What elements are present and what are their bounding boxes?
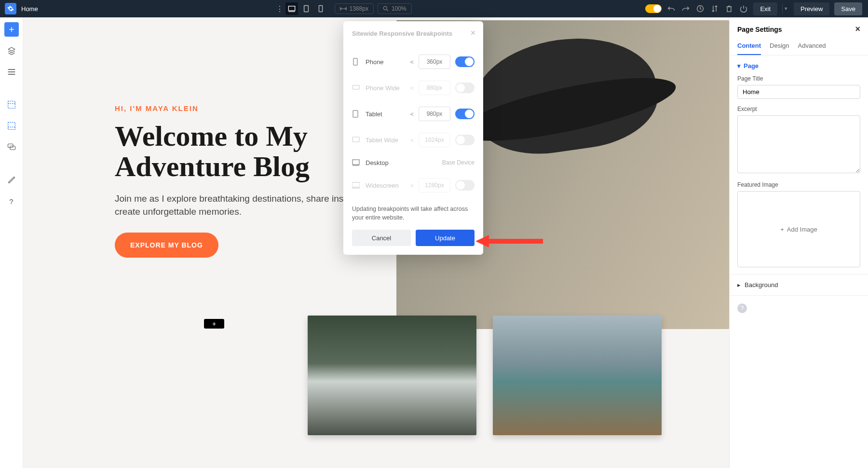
device-icon	[352, 110, 361, 118]
sort-icon[interactable]	[710, 5, 719, 13]
svg-rect-23	[353, 110, 358, 117]
svg-rect-17	[8, 123, 15, 130]
hero-cta-button[interactable]: EXPLORE MY BLOG	[115, 233, 218, 258]
exit-button[interactable]: Exit	[753, 2, 777, 15]
comments-button[interactable]	[4, 140, 19, 154]
device-icon	[352, 136, 361, 144]
undo-icon[interactable]	[666, 5, 676, 12]
top-toolbar: Home ⋮ 1388px 100% Exit ▼ Preview Save	[0, 0, 868, 17]
breakpoint-value-input[interactable]	[419, 81, 450, 95]
update-button[interactable]: Update	[416, 230, 475, 246]
help-button[interactable]: ?	[4, 194, 19, 208]
width-value: 1388px	[350, 5, 368, 12]
gallery-row	[308, 316, 662, 435]
trash-icon[interactable]	[724, 5, 734, 13]
add-image-dropzone[interactable]: + Add Image	[737, 191, 860, 267]
breakpoints-dialog: Sitewide Responsive Breakpoints × Phone<…	[343, 21, 483, 255]
add-element-button[interactable]	[4, 22, 19, 37]
page-title-input[interactable]	[737, 85, 860, 99]
add-section-handle[interactable]: +	[204, 319, 224, 329]
canvas-width-input[interactable]: 1388px	[335, 3, 374, 14]
power-icon[interactable]	[739, 5, 748, 13]
exit-dropdown-caret[interactable]: ▼	[782, 4, 789, 14]
plus-icon: +	[780, 226, 784, 233]
device-icon	[352, 181, 361, 189]
breakpoint-value-input[interactable]	[419, 178, 450, 193]
caret-down-icon: ▾	[737, 62, 741, 69]
excerpt-textarea[interactable]	[737, 115, 860, 173]
annotation-arrow	[475, 234, 543, 248]
device-menu-dots-icon[interactable]: ⋮	[276, 4, 284, 14]
device-icon	[352, 84, 361, 92]
breakpoint-toggle[interactable]	[455, 135, 475, 145]
template-bottom-button[interactable]	[4, 119, 19, 133]
breakpoint-label: Phone	[366, 58, 405, 66]
device-icon	[352, 58, 361, 66]
device-phone-button[interactable]	[314, 2, 327, 15]
page-settings-panel: Page Settings × Content Design Advanced …	[729, 17, 868, 468]
svg-rect-19	[8, 144, 13, 148]
svg-rect-22	[353, 85, 359, 89]
cancel-button[interactable]: Cancel	[352, 230, 411, 246]
tab-advanced[interactable]: Advanced	[798, 39, 826, 55]
layers-button[interactable]	[4, 43, 19, 58]
breakpoint-row-tablet-wide: Tablet Wide<	[352, 127, 475, 153]
gallery-image-2[interactable]	[493, 316, 662, 435]
panel-title: Page Settings	[737, 26, 782, 33]
breakpoint-label: Tablet Wide	[366, 137, 405, 144]
breakpoint-toggle[interactable]	[455, 56, 475, 67]
template-icon	[7, 122, 16, 130]
breakpoint-row-tablet: Tablet<	[352, 101, 475, 127]
page-title-label: Page Title	[737, 75, 860, 82]
panel-close-button[interactable]: ×	[855, 24, 860, 34]
list-icon	[7, 69, 16, 75]
settings-gear-button[interactable]	[5, 3, 16, 14]
svg-rect-27	[352, 182, 360, 187]
breakpoint-value-input[interactable]	[419, 133, 450, 147]
zoom-input[interactable]: 100%	[378, 3, 412, 14]
redo-icon[interactable]	[681, 5, 691, 12]
breakpoint-row-widescreen: Widescreen>	[352, 172, 475, 198]
preview-button[interactable]: Preview	[794, 2, 829, 15]
gallery-image-1[interactable]	[308, 316, 476, 435]
search-icon	[383, 6, 389, 12]
dialog-note: Updating breakpoints will take affect ac…	[352, 205, 475, 222]
list-button[interactable]	[4, 65, 19, 79]
plus-icon	[8, 26, 15, 33]
section-background-toggle[interactable]: ▸ Background	[730, 275, 868, 295]
svg-point-7	[383, 6, 387, 10]
template-top-button[interactable]	[4, 97, 19, 112]
breakpoint-value-input[interactable]	[419, 107, 450, 121]
tab-design[interactable]: Design	[770, 39, 789, 55]
theme-toggle[interactable]	[645, 4, 662, 13]
tab-content[interactable]: Content	[737, 39, 761, 55]
breakpoint-row-phone: Phone<	[352, 49, 475, 75]
breakpoint-label: Phone Wide	[366, 84, 405, 92]
svg-rect-2	[304, 5, 308, 12]
history-icon[interactable]	[695, 5, 705, 13]
breakpoint-value-input[interactable]	[419, 55, 450, 69]
breakpoint-toggle[interactable]	[455, 83, 475, 93]
svg-rect-25	[353, 160, 359, 165]
breakpoint-toggle[interactable]	[455, 109, 475, 119]
breakpoint-label: Tablet	[366, 110, 405, 118]
breakpoint-toggle[interactable]	[455, 180, 475, 191]
device-icon	[352, 159, 361, 166]
panel-help-icon[interactable]: ?	[737, 303, 747, 313]
dialog-close-button[interactable]: ×	[470, 28, 475, 38]
breakpoint-label: Desktop	[366, 159, 437, 166]
gear-icon	[7, 5, 14, 12]
featured-image-label: Featured Image	[737, 181, 860, 188]
tools-button[interactable]	[4, 173, 19, 187]
caret-right-icon: ▸	[737, 281, 741, 289]
page-name-label[interactable]: Home	[21, 5, 38, 13]
svg-rect-20	[10, 146, 15, 150]
zoom-value: 100%	[392, 5, 407, 12]
device-tablet-button[interactable]	[300, 2, 312, 15]
device-desktop-button[interactable]	[285, 2, 298, 15]
save-button[interactable]: Save	[834, 2, 862, 15]
svg-rect-3	[319, 6, 322, 12]
svg-rect-0	[288, 6, 295, 11]
section-page-toggle[interactable]: ▾ Page	[737, 62, 860, 69]
breakpoint-row-desktop: DesktopBase Device	[352, 153, 475, 172]
